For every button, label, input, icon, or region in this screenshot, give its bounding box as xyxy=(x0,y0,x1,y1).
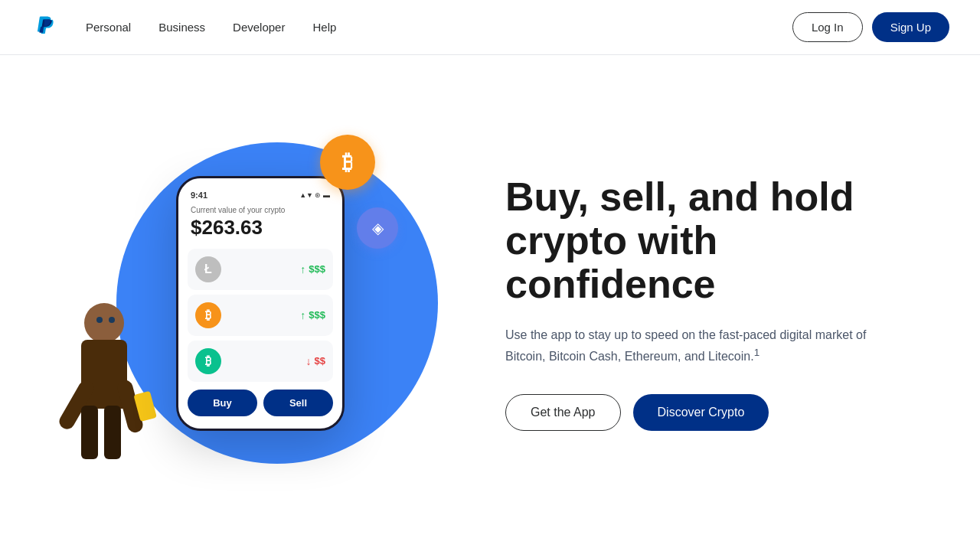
crypto-row-btc: ₿ ↑ $$$ xyxy=(188,295,333,336)
nav-links: Personal Business Developer Help xyxy=(86,21,792,34)
crypto-row-bch: ₿ ↓ $$ xyxy=(188,341,333,382)
phone-buttons: Buy Sell xyxy=(188,390,333,416)
get-app-button[interactable]: Get the App xyxy=(505,394,621,431)
bch-amount: $$ xyxy=(315,355,325,367)
btc-icon: ₿ xyxy=(195,302,221,328)
phone-sell-button[interactable]: Sell xyxy=(263,390,333,416)
floating-bitcoin-coin: ₿ xyxy=(320,135,375,190)
nav-developer[interactable]: Developer xyxy=(233,21,285,34)
phone-crypto-value: $263.63 xyxy=(188,216,333,240)
paypal-logo[interactable] xyxy=(31,14,55,41)
crypto-row-ltc: Ł ↑ $$$ xyxy=(188,249,333,290)
char-legs xyxy=(81,406,121,459)
bch-icon: ₿ xyxy=(195,348,221,374)
phone-mockup: 9:41 ▲▼ ⊛ ▬ Current value of your crypto… xyxy=(176,176,345,431)
phone-crypto-label: Current value of your crypto xyxy=(188,206,333,214)
phone-icons: ▲▼ ⊛ ▬ xyxy=(299,191,330,199)
character-illustration xyxy=(77,303,153,471)
nav-personal[interactable]: Personal xyxy=(86,21,131,34)
nav-help[interactable]: Help xyxy=(312,21,336,34)
ltc-trend: ↑ $$$ xyxy=(300,263,325,276)
ltc-amount: $$$ xyxy=(309,263,325,275)
char-body xyxy=(81,340,127,409)
phone-time: 9:41 xyxy=(191,191,207,200)
bch-trend: ↓ $$ xyxy=(306,355,325,367)
hero-description: Use the app to stay up to speed on the f… xyxy=(505,325,873,367)
char-eyes xyxy=(96,317,115,323)
footnote-sup: 1 xyxy=(754,347,760,358)
hero-content: Buy, sell, and hold crypto with confiden… xyxy=(459,175,934,431)
btc-amount: $$$ xyxy=(309,309,325,321)
login-button[interactable]: Log In xyxy=(792,12,863,42)
btc-arrow: ↑ xyxy=(300,309,305,321)
ltc-arrow: ↑ xyxy=(300,263,305,276)
hero-title: Buy, sell, and hold crypto with confiden… xyxy=(505,175,934,307)
hero-cta-buttons: Get the App Discover Crypto xyxy=(505,394,934,431)
hero-section: 9:41 ▲▼ ⊛ ▬ Current value of your crypto… xyxy=(0,55,980,551)
floating-ethereum-coin: ◈ xyxy=(357,207,398,249)
hero-illustration: 9:41 ▲▼ ⊛ ▬ Current value of your crypto… xyxy=(31,73,459,533)
phone-buy-button[interactable]: Buy xyxy=(188,390,257,416)
signup-button[interactable]: Sign Up xyxy=(872,12,949,42)
navbar: Personal Business Developer Help Log In … xyxy=(0,0,980,55)
char-head xyxy=(84,303,124,343)
discover-crypto-button[interactable]: Discover Crypto xyxy=(633,394,769,431)
bch-arrow: ↓ xyxy=(306,355,312,367)
btc-trend: ↑ $$$ xyxy=(300,309,325,321)
phone-status-bar: 9:41 ▲▼ ⊛ ▬ xyxy=(188,191,333,200)
nav-business[interactable]: Business xyxy=(158,21,205,34)
nav-actions: Log In Sign Up xyxy=(792,12,949,42)
ltc-icon: Ł xyxy=(195,256,221,282)
